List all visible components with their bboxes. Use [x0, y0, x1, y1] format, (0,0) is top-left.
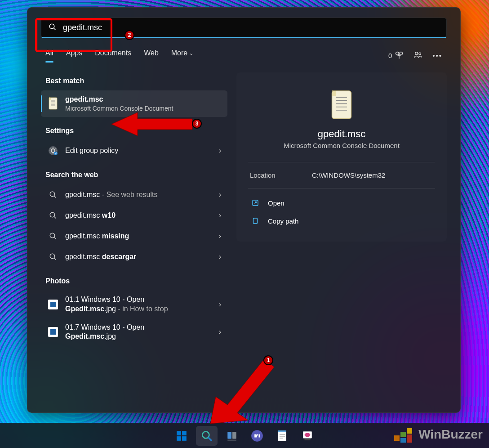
svg-rect-38 — [227, 432, 231, 439]
detail-subtitle: Microsoft Common Console Document — [248, 142, 435, 149]
chevron-right-icon: › — [219, 253, 221, 261]
notepad-button[interactable] — [271, 426, 293, 446]
tab-apps[interactable]: Apps — [66, 49, 82, 62]
start-button[interactable] — [171, 426, 192, 446]
detail-file-icon — [248, 89, 435, 121]
chat-button[interactable] — [246, 426, 268, 446]
copy-icon — [251, 216, 260, 225]
search-box[interactable] — [41, 18, 447, 38]
chevron-right-icon: › — [219, 191, 221, 199]
action-copy-path[interactable]: Copy path — [248, 212, 435, 230]
search-icon — [47, 251, 59, 263]
rewards-counter[interactable]: 0 — [388, 51, 404, 60]
watermark: WinBuzzer — [392, 426, 483, 444]
svg-rect-33 — [182, 431, 187, 435]
svg-rect-49 — [305, 439, 311, 440]
snipping-tool-button[interactable] — [297, 426, 318, 446]
svg-line-20 — [54, 258, 56, 260]
chevron-right-icon: › — [219, 328, 221, 336]
section-best-match: Best match — [41, 72, 227, 90]
svg-rect-43 — [278, 430, 286, 432]
svg-rect-31 — [253, 218, 258, 224]
svg-point-17 — [50, 233, 55, 238]
web-result-3[interactable]: gpedit.msc descargar › — [41, 246, 227, 267]
svg-rect-55 — [407, 428, 412, 434]
msc-file-icon — [47, 98, 59, 109]
detail-pane: gpedit.msc Microsoft Common Console Docu… — [236, 72, 447, 242]
svg-rect-32 — [177, 431, 181, 435]
filter-tabs: All Apps Documents Web More ⌄ 0 ••• — [27, 38, 460, 62]
search-icon — [47, 210, 59, 221]
svg-point-15 — [50, 212, 55, 217]
open-icon — [251, 198, 260, 207]
svg-point-2 — [396, 52, 399, 55]
web-result-1[interactable]: gpedit.msc w10 › — [41, 205, 227, 226]
svg-point-5 — [419, 53, 421, 55]
section-photos: Photos — [41, 273, 227, 291]
svg-rect-40 — [227, 439, 236, 440]
gear-icon — [47, 145, 59, 157]
svg-rect-52 — [394, 435, 400, 441]
people-icon[interactable] — [413, 50, 422, 61]
svg-rect-22 — [50, 302, 56, 307]
chevron-right-icon: › — [219, 211, 221, 220]
winbuzzer-logo-icon — [392, 426, 414, 444]
search-icon — [47, 189, 59, 201]
svg-line-18 — [54, 237, 56, 239]
svg-rect-53 — [400, 432, 406, 437]
tab-all[interactable]: All — [45, 49, 53, 62]
tab-web[interactable]: Web — [144, 49, 159, 62]
results-list: Best match gpedit.msc Microsoft Common C… — [41, 72, 227, 346]
tab-documents[interactable]: Documents — [95, 49, 131, 62]
detail-location-row: Location C:\WINDOWS\system32 — [248, 162, 435, 188]
search-taskbar-button[interactable] — [196, 426, 218, 446]
chevron-right-icon: › — [219, 300, 221, 309]
svg-line-16 — [54, 216, 56, 219]
best-match-result[interactable]: gpedit.msc Microsoft Common Console Docu… — [41, 90, 227, 117]
detail-title: gpedit.msc — [248, 128, 435, 140]
svg-line-37 — [208, 437, 211, 440]
svg-point-3 — [400, 52, 403, 55]
search-icon — [47, 230, 59, 242]
search-input[interactable] — [63, 23, 439, 32]
search-icon — [49, 23, 57, 33]
chevron-right-icon: › — [219, 232, 221, 240]
start-search-panel: All Apps Documents Web More ⌄ 0 ••• Best… — [27, 7, 461, 413]
action-open[interactable]: Open — [248, 194, 435, 212]
svg-rect-54 — [400, 438, 406, 443]
photo-thumbnail-icon — [47, 299, 59, 310]
tab-more[interactable]: More ⌄ — [171, 49, 193, 62]
svg-point-19 — [50, 254, 55, 259]
task-view-button[interactable] — [221, 426, 243, 446]
svg-point-13 — [50, 192, 55, 197]
web-result-2[interactable]: gpedit.msc missing › — [41, 226, 227, 246]
photo-thumbnail-icon — [47, 326, 59, 338]
section-settings: Settings — [41, 122, 227, 140]
svg-point-4 — [415, 52, 418, 54]
svg-rect-39 — [232, 432, 236, 439]
svg-rect-56 — [407, 435, 412, 443]
photo-result-1[interactable]: 01.7 Windows 10 - OpenGpedit.msc.jpg › — [41, 318, 227, 346]
more-icon[interactable]: ••• — [432, 52, 442, 59]
chevron-right-icon: › — [219, 147, 221, 155]
svg-rect-24 — [50, 329, 56, 335]
svg-line-14 — [54, 196, 56, 198]
web-result-0[interactable]: gpedit.msc - See web results › — [41, 184, 227, 205]
svg-line-1 — [53, 28, 56, 30]
svg-rect-35 — [182, 436, 187, 441]
svg-rect-34 — [177, 436, 181, 441]
chevron-down-icon: ⌄ — [189, 50, 193, 56]
section-web: Search the web — [41, 166, 227, 184]
svg-point-0 — [49, 24, 54, 29]
photo-result-0[interactable]: 01.1 Windows 10 - OpenGpedit.msc.jpg - i… — [41, 291, 227, 318]
settings-result-edit-group-policy[interactable]: Edit group policy › — [41, 140, 227, 161]
svg-point-48 — [305, 433, 311, 437]
